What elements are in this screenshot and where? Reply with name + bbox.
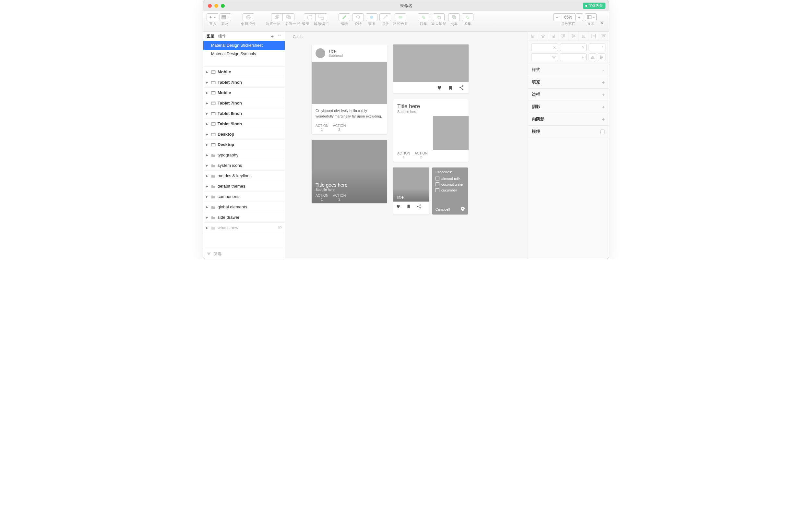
fill-section[interactable]: 填充+ (528, 76, 609, 89)
mask-button[interactable] (366, 13, 377, 21)
align-center-v-button[interactable] (569, 31, 579, 40)
height-field[interactable]: H (560, 53, 587, 61)
layer-row[interactable]: ▶system icons (203, 160, 285, 171)
union-button[interactable] (418, 13, 429, 21)
bring-forward-button[interactable] (271, 13, 283, 21)
page-item[interactable]: Material Design Symbols (203, 50, 285, 58)
svg-point-10 (370, 16, 373, 19)
card-image-actions[interactable] (393, 45, 469, 93)
collapse-pages-button[interactable]: ⌃ (278, 34, 282, 39)
intersect-button[interactable] (448, 13, 460, 21)
insert-button[interactable]: ＋⌄ (207, 13, 218, 21)
scale-button[interactable] (379, 13, 391, 21)
zoom-value[interactable]: 65% (561, 13, 575, 21)
send-backward-button[interactable] (283, 13, 294, 21)
svg-rect-58 (531, 36, 533, 37)
layer-row[interactable]: ▶global elements (203, 202, 285, 212)
layer-row[interactable]: ▶components (203, 191, 285, 202)
flip-horizontal-button[interactable] (588, 53, 596, 61)
layer-row[interactable]: ▶typography (203, 150, 285, 160)
add-fill-button[interactable]: + (602, 80, 605, 85)
missing-fonts-badge[interactable]: 字体丢失 (583, 3, 605, 9)
layer-row[interactable]: ▶side drawer (203, 212, 285, 223)
distribute-v-button[interactable] (599, 31, 609, 40)
close-window-button[interactable] (208, 4, 212, 8)
ungroup-button[interactable] (316, 13, 327, 21)
inner-shadow-section[interactable]: 内阴影+ (528, 113, 609, 126)
layer-row[interactable]: ▶Mobile (203, 88, 285, 98)
align-center-h-button[interactable] (538, 31, 548, 40)
toolbar-overflow-button[interactable]: » (599, 18, 605, 27)
checkbox-icon (436, 183, 439, 186)
align-left-button[interactable] (528, 31, 538, 40)
page-item[interactable]: Material Design Stickersheet (203, 41, 285, 50)
align-bottom-button[interactable] (579, 31, 588, 40)
edit-button[interactable] (339, 13, 350, 21)
card-small-image[interactable]: Title (393, 167, 429, 215)
layer-row[interactable]: ▶metrics & keylines (203, 171, 285, 181)
artboard-icon (211, 91, 216, 95)
inspector-panel: X Y ° W H 样式⌄ 填充+ 边框+ 阴影+ 内阴影+ 模糊 (528, 31, 609, 259)
layer-row[interactable]: ▶default themes (203, 181, 285, 191)
minimize-window-button[interactable] (214, 4, 218, 8)
layer-row[interactable]: ▶Mobile (203, 67, 285, 77)
width-field[interactable]: W (531, 53, 558, 61)
assets-button[interactable]: ⌄ (220, 13, 231, 21)
zoom-window-button[interactable] (221, 4, 225, 8)
avatar (316, 48, 325, 58)
layer-row[interactable]: ▶Tablet 9inch (203, 108, 285, 119)
style-section-header[interactable]: 样式⌄ (528, 64, 609, 76)
flatten-button[interactable] (395, 13, 406, 21)
blur-section[interactable]: 模糊 (528, 126, 609, 138)
card-with-header[interactable]: TitleSubhead Greyhound divisively hello … (312, 45, 387, 134)
svg-rect-14 (423, 17, 425, 19)
components-tab[interactable]: 组件 (218, 33, 226, 39)
x-field[interactable]: X (531, 44, 558, 51)
rotation-field[interactable]: ° (588, 44, 605, 51)
difference-button[interactable] (462, 13, 473, 21)
layers-tab[interactable]: 图层 (207, 33, 214, 39)
svg-rect-19 (453, 17, 455, 18)
align-top-button[interactable] (558, 31, 569, 40)
card-image-overlay[interactable]: Title goes hereSubtitle here ACTION1ACTI… (312, 140, 387, 203)
toolbar: ＋⌄ ⌄ 置入素材 创建控件 前置一层后置一层 编组解除编组 编辑 (203, 11, 609, 31)
add-border-button[interactable]: + (602, 92, 605, 98)
svg-line-54 (418, 207, 419, 208)
blur-toggle[interactable] (600, 130, 605, 134)
card-checklist[interactable]: Groceries: almond milk coconut water cuc… (432, 167, 468, 215)
visibility-off-icon[interactable] (278, 225, 282, 230)
layer-row[interactable]: ▶Tablet 7inch (203, 98, 285, 108)
artboard-label[interactable]: Cards (293, 35, 302, 38)
border-section[interactable]: 边框+ (528, 89, 609, 101)
add-inner-shadow-button[interactable]: + (602, 116, 605, 122)
canvas[interactable]: Cards TitleSubhead Greyhound divisively … (285, 31, 528, 259)
align-right-button[interactable] (548, 31, 558, 40)
group-button[interactable] (304, 13, 316, 21)
svg-rect-67 (563, 35, 564, 36)
shadow-section[interactable]: 阴影+ (528, 101, 609, 113)
filter-label[interactable]: 筛选 (214, 251, 222, 257)
flip-vertical-button[interactable] (598, 53, 605, 61)
layer-row[interactable]: ▶Desktop (203, 140, 285, 150)
create-symbol-button[interactable] (242, 13, 254, 21)
y-field[interactable]: Y (560, 44, 587, 51)
artboard-icon (211, 112, 216, 115)
artboard-icon (211, 122, 216, 126)
layer-row[interactable]: ▶Tablet 7inch (203, 77, 285, 88)
layer-row[interactable]: ▶Tablet 9inch (203, 119, 285, 129)
svg-rect-73 (584, 36, 585, 37)
subtract-button[interactable] (433, 13, 444, 21)
distribute-h-button[interactable] (589, 31, 599, 40)
zoom-out-button[interactable]: − (553, 13, 561, 21)
layer-row[interactable]: ▶Desktop (203, 129, 285, 140)
rotate-button[interactable] (352, 13, 364, 21)
layer-row[interactable]: ▶what's new (203, 223, 285, 233)
canvas-content: TitleSubhead Greyhound divisively hello … (312, 45, 469, 215)
svg-rect-64 (553, 36, 554, 37)
add-shadow-button[interactable]: + (602, 104, 605, 110)
add-page-button[interactable]: + (271, 34, 274, 39)
zoom-in-button[interactable]: + (575, 13, 583, 21)
card-title-media[interactable]: Title hereSubtitle here ACTION1ACTION2 (393, 99, 469, 162)
svg-rect-44 (208, 254, 209, 255)
view-options-button[interactable]: ⌄ (585, 13, 597, 21)
